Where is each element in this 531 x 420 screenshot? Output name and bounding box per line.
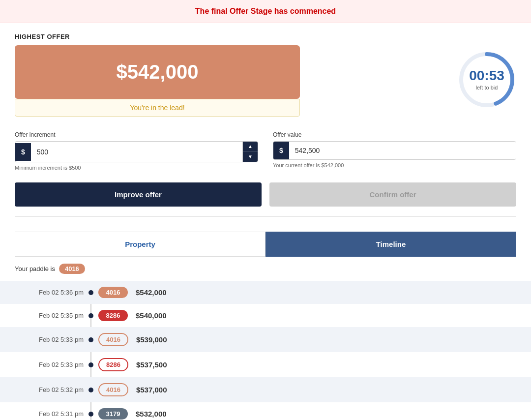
timer-inner: 00:53 left to bid (457, 50, 516, 109)
improve-offer-button[interactable]: Improve offer (15, 182, 262, 207)
timeline-dot (88, 412, 93, 417)
timeline-amount: $537,000 (136, 386, 167, 394)
tabs-wrapper: Property Timeline (0, 232, 531, 257)
fields-row: Offer increment $ ▲ ▼ Minimum increment … (15, 131, 516, 171)
timeline-dot-wrapper (84, 362, 98, 367)
increment-hint: Minimum increment is $500 (15, 165, 258, 171)
timeline-date: Feb 02 5:36 pm (15, 289, 84, 296)
timeline-row: Feb 02 5:32 pm 4016 $537,000 (0, 377, 531, 402)
timeline-paddle-badge: 4016 (98, 287, 128, 298)
offer-left: $542,000 You're in the lead! (15, 45, 300, 117)
lead-badge-text: You're in the lead! (130, 104, 184, 112)
increment-controls: ▲ ▼ (242, 142, 258, 162)
timeline-amount: $539,000 (136, 335, 167, 344)
section-divider (15, 216, 516, 217)
value-hint: Your current offer is $542,000 (273, 162, 516, 168)
timeline-paddle-badge: 4016 (98, 383, 128, 396)
tab-timeline[interactable]: Timeline (266, 232, 516, 257)
timeline-dot-wrapper (84, 313, 98, 318)
main-content: HIGHEST OFFER $542,000 You're in the lea… (0, 23, 531, 216)
timeline-amount: $537,500 (136, 360, 167, 369)
timer-container: 00:53 left to bid (457, 45, 516, 109)
timeline-dot (88, 388, 93, 392)
timeline-date: Feb 02 5:35 pm (15, 312, 84, 319)
increment-prefix: $ (15, 143, 31, 161)
timeline-dot (88, 290, 93, 295)
timeline-amount: $542,000 (136, 288, 167, 297)
offer-increment-label: Offer increment (15, 131, 258, 138)
offer-increment-group: Offer increment $ ▲ ▼ Minimum increment … (15, 131, 258, 171)
highest-offer-label: HIGHEST OFFER (15, 33, 516, 40)
timeline-paddle-badge: 8286 (98, 358, 128, 371)
tabs-container: Property Timeline (15, 232, 516, 257)
paddle-info: Your paddle is 4016 (0, 257, 531, 281)
offer-value-group: Offer value $ Your current offer is $542… (273, 131, 516, 168)
timeline-date: Feb 02 5:31 pm (15, 410, 84, 418)
timeline-amount: $532,000 (136, 410, 167, 418)
timeline-row: Feb 02 5:33 pm 4016 $539,000 (0, 327, 531, 352)
timeline-dot-wrapper (84, 388, 98, 392)
timeline-row: Feb 02 5:31 pm 3179 $532,000 (15, 402, 516, 420)
timer-digits: 00:53 (469, 69, 504, 83)
announcement-banner: The final Offer Stage has commenced (0, 0, 531, 23)
banner-text: The final Offer Stage has commenced (195, 7, 336, 15)
offer-amount: $542,000 (25, 61, 290, 83)
lead-badge: You're in the lead! (15, 99, 300, 117)
timeline-amount: $540,000 (136, 311, 167, 320)
timeline-date: Feb 02 5:33 pm (15, 361, 84, 368)
timeline-dot-wrapper (84, 290, 98, 295)
timer-label: left to bid (476, 85, 498, 90)
increment-up-button[interactable]: ▲ (243, 142, 258, 152)
tab-property[interactable]: Property (15, 232, 266, 257)
timer-circle: 00:53 left to bid (457, 50, 516, 109)
timeline-row: Feb 02 5:33 pm 8286 $537,500 (15, 352, 516, 377)
timeline-date: Feb 02 5:32 pm (15, 386, 84, 393)
timeline-container: Feb 02 5:36 pm 4016 $542,000 Feb 02 5:35… (0, 281, 531, 420)
offer-value-label: Offer value (273, 131, 516, 138)
action-row: Improve offer Confirm offer (15, 182, 516, 207)
confirm-offer-button: Confirm offer (269, 182, 516, 207)
offer-layout: $542,000 You're in the lead! 00:53 left … (15, 45, 516, 117)
timeline-dot (88, 313, 93, 318)
timeline-paddle-badge: 3179 (98, 408, 128, 420)
timeline-dot (88, 337, 93, 342)
timeline-dot (88, 362, 93, 367)
timeline-paddle-badge: 4016 (98, 333, 128, 346)
timeline-paddle-badge: 8286 (98, 310, 128, 321)
timeline-dot-wrapper (84, 412, 98, 417)
timeline-date: Feb 02 5:33 pm (15, 336, 84, 343)
value-prefix: $ (273, 142, 289, 159)
timeline-row: Feb 02 5:36 pm 4016 $542,000 (0, 281, 531, 304)
timeline-dot-wrapper (84, 337, 98, 342)
paddle-number-badge: 4016 (59, 264, 85, 274)
timeline-items: Feb 02 5:36 pm 4016 $542,000 Feb 02 5:35… (15, 281, 516, 420)
increment-down-button[interactable]: ▼ (243, 152, 258, 162)
offer-value-input-wrapper: $ (273, 141, 516, 160)
offer-box: $542,000 (15, 45, 300, 99)
paddle-info-text: Your paddle is (15, 265, 55, 272)
offer-increment-input[interactable] (31, 143, 242, 161)
offer-increment-input-wrapper: $ ▲ ▼ (15, 141, 258, 162)
timeline-row: Feb 02 5:35 pm 8286 $540,000 (15, 304, 516, 327)
offer-value-input[interactable] (289, 142, 516, 159)
